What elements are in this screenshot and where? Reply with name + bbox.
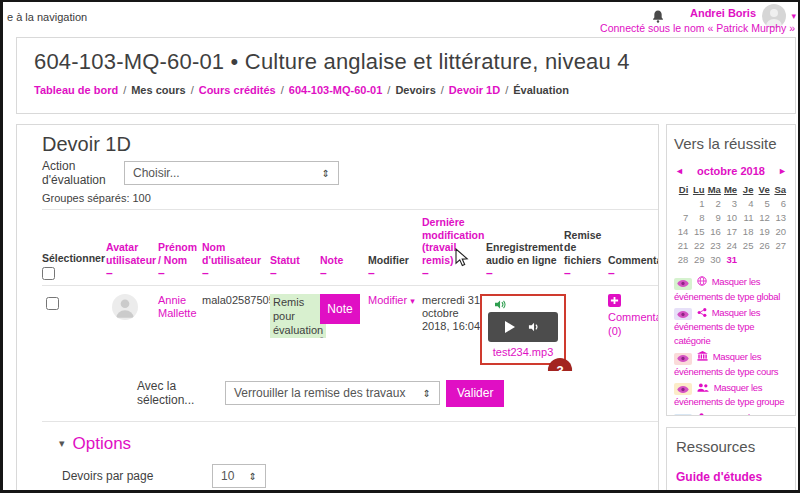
collapse-column-link[interactable]: – — [486, 267, 560, 280]
submissions-table-wrap: Sélectionner Avatar utilisateur – Prénom… — [42, 210, 659, 371]
breadcrumb-separator: / — [387, 84, 390, 96]
collapse-column-link[interactable]: – — [320, 267, 364, 280]
calendar-date[interactable]: 31 — [723, 254, 739, 265]
user-menu-name[interactable]: Andrei Boris — [690, 7, 756, 19]
hide-group-events-link[interactable]: Masquer les événements de type groupe — [674, 381, 788, 410]
submissions-table: Sélectionner Avatar utilisateur – Prénom… — [42, 210, 659, 371]
grade-value: - — [320, 330, 364, 343]
col-files: Remise de fichiers – — [564, 210, 608, 286]
volume-icon[interactable] — [528, 321, 541, 333]
breadcrumb-item[interactable]: Devoir 1D — [449, 84, 500, 96]
sort-avatar-link[interactable]: Avatar utilisateur — [106, 241, 156, 266]
calendar-date: 23 — [707, 240, 723, 251]
event-filter-links: Masquer les événements de type global Ma… — [674, 275, 788, 416]
sort-lastmodified-link[interactable]: Dernière modification (travail remis) — [422, 216, 484, 266]
resources-block: Ressources Guide d'études — [666, 427, 796, 493]
user-menu-caret-icon[interactable] — [788, 11, 796, 21]
study-guide-link[interactable]: Guide d'études — [676, 470, 786, 484]
course-header-card: 604-103-MQ-60-01 • Culture anglaise et l… — [16, 37, 796, 114]
bulk-action-select[interactable]: Verrouiller la remise des travaux — [225, 381, 440, 405]
collapse-column-link[interactable]: – — [608, 267, 659, 280]
calendar-date: 2 — [707, 198, 723, 209]
col-status: Statut – — [270, 210, 320, 286]
calendar-date: 8 — [690, 212, 706, 223]
eye-icon — [674, 278, 692, 290]
options-section-toggle[interactable]: Options — [59, 434, 658, 454]
calendar-date: 19 — [755, 226, 771, 237]
select-arrow-icon — [322, 166, 330, 180]
sort-username-link[interactable]: Nom d'utilisateur — [202, 241, 261, 266]
collapse-column-link[interactable]: – — [270, 267, 316, 280]
mouse-cursor — [455, 248, 469, 268]
collapse-column-link[interactable]: – — [422, 267, 482, 280]
comments-link[interactable]: Commentai(0) — [608, 310, 659, 338]
hide-user-events-link[interactable]: Masquer les événements de type utilisate… — [674, 411, 788, 416]
breadcrumb-item[interactable]: Cours crédités — [199, 84, 276, 96]
select-row-checkbox[interactable] — [46, 297, 59, 310]
select-arrow-icon — [423, 386, 431, 400]
collapse-column-link[interactable]: – — [368, 267, 418, 280]
last-modified-text: mercredi 31 octobre 2018, 16:04 — [422, 294, 480, 332]
calendar-date: 24 — [723, 240, 739, 251]
logged-in-as-link[interactable]: Connecté sous le nom « Patrick Murphy » — [600, 22, 795, 34]
hide-course-events-link[interactable]: Masquer les événements de type cours — [674, 350, 788, 379]
edit-dropdown[interactable]: Modifier — [368, 294, 415, 306]
add-comment-icon[interactable] — [608, 294, 621, 307]
breadcrumb-separator: / — [505, 84, 508, 96]
calendar-grid: DiLuMaMeJeVeSa12345678910111213141516171… — [674, 184, 788, 265]
calendar-date: 29 — [690, 254, 706, 265]
hide-category-events-link[interactable]: Masquer les événements de type catégorie — [674, 306, 788, 349]
calendar-date: 30 — [707, 254, 723, 265]
grade-note-button[interactable]: Note — [320, 294, 360, 324]
globe-icon — [697, 276, 707, 287]
file-submission-cell — [564, 286, 608, 372]
calendar-day-header: Je — [739, 184, 755, 195]
separate-groups-label: Groupes séparés: 100 — [42, 192, 658, 204]
calendar-next-icon[interactable]: ► — [778, 166, 787, 176]
collapse-triangle-icon — [59, 434, 73, 453]
collapse-column-link[interactable]: – — [564, 267, 604, 280]
validate-button[interactable]: Valider — [446, 380, 504, 407]
calendar-date: 21 — [674, 240, 690, 251]
col-last-modified: Dernière modification (travail remis) – — [422, 210, 486, 286]
student-name-link[interactable]: Annie Mallette — [158, 294, 197, 319]
resources-block-title: Ressources — [676, 438, 786, 455]
collapse-column-link[interactable]: – — [158, 267, 198, 280]
calendar-date — [739, 254, 755, 265]
audio-cell: test234.mp3 3 — [486, 286, 564, 372]
select-all-checkbox[interactable] — [42, 267, 55, 280]
per-page-select[interactable]: 10 — [212, 464, 266, 488]
per-page-label: Devoirs par page — [62, 469, 212, 483]
breadcrumb-item[interactable]: 604-103-MQ-60-01 — [289, 84, 383, 96]
collapse-column-link[interactable]: – — [202, 267, 266, 280]
with-selection-label: Avec la sélection... — [137, 379, 225, 407]
collapse-column-link[interactable]: – — [106, 267, 154, 280]
calendar-date: 7 — [674, 212, 690, 223]
sort-grade-link[interactable]: Note — [320, 254, 343, 266]
calendar-prev-icon[interactable]: ◄ — [675, 166, 684, 176]
audio-player[interactable] — [488, 312, 558, 342]
col-username: Nom d'utilisateur – — [202, 210, 270, 286]
student-avatar — [112, 294, 138, 320]
calendar-date: 15 — [690, 226, 706, 237]
breadcrumb-item[interactable]: Tableau de bord — [34, 84, 118, 96]
breadcrumb-separator: / — [191, 84, 194, 96]
breadcrumb-separator: / — [123, 84, 126, 96]
sort-status-link[interactable]: Statut — [270, 254, 300, 266]
group-icon — [697, 382, 709, 393]
divider — [42, 421, 658, 422]
assignment-title: Devoir 1D — [42, 133, 658, 155]
eye-icon — [674, 414, 692, 417]
sort-name-link[interactable]: Prénom / Nom — [158, 241, 197, 266]
audio-file-link[interactable]: test234.mp3 — [488, 346, 558, 359]
play-icon[interactable] — [505, 321, 515, 333]
skip-navigation-link[interactable]: e à la navigation — [7, 11, 87, 23]
calendar-date: 13 — [772, 212, 788, 223]
grading-action-select[interactable]: Choisir... — [124, 161, 339, 185]
calendar-date — [674, 198, 690, 209]
hide-global-events-link[interactable]: Masquer les événements de type global — [674, 275, 788, 304]
calendar-day-header: Ma — [707, 184, 723, 195]
eye-icon — [674, 353, 692, 365]
calendar-day-header: Ve — [755, 184, 771, 195]
breadcrumb-separator: / — [281, 84, 284, 96]
